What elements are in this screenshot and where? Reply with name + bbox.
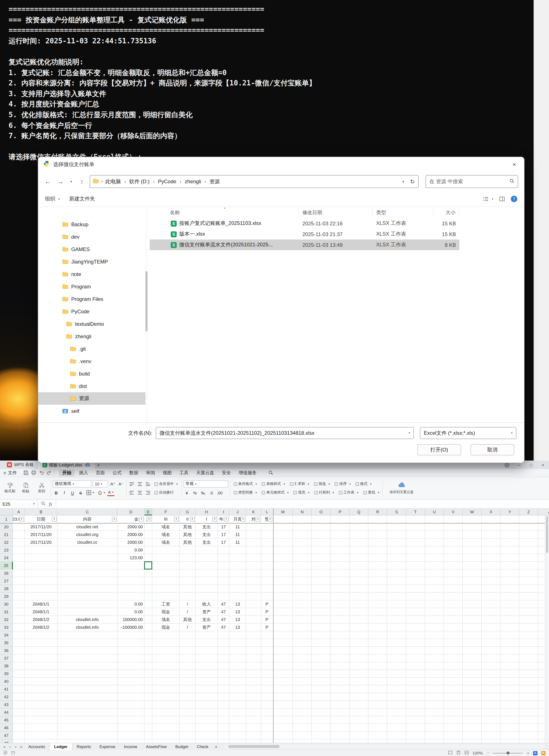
row-header-38[interactable]: 38 [0, 662, 13, 670]
cell-T47[interactable] [406, 732, 425, 739]
open-button[interactable]: 打开(O) [417, 444, 461, 455]
cell-X44[interactable] [482, 709, 501, 716]
cell-R45[interactable] [368, 716, 387, 724]
cell-P22[interactable] [331, 539, 349, 546]
cell-Z42[interactable] [519, 693, 538, 701]
align-top-button[interactable] [128, 480, 135, 487]
cell-A22[interactable] [13, 539, 25, 546]
cell-R30[interactable] [368, 600, 387, 608]
cell-B47[interactable] [25, 732, 58, 739]
cell-Y41[interactable] [501, 685, 519, 693]
sidebar-item-Backup[interactable]: Backup [38, 218, 146, 230]
menu-开始[interactable]: 开始 [59, 470, 75, 476]
cell-N42[interactable] [293, 693, 312, 701]
cell-R26[interactable] [368, 570, 387, 577]
cell-B21[interactable]: 2017/11/20 [25, 531, 58, 539]
sheet-tab-AssetsFlow[interactable]: AssetsFlow [142, 743, 171, 750]
cell-N31[interactable] [293, 608, 312, 616]
cell-A30[interactable] [13, 600, 25, 608]
cell-H22[interactable]: 支出 [196, 539, 218, 546]
list-column-header[interactable]: 大小 [434, 207, 459, 218]
column-header-L[interactable]: L [261, 509, 273, 515]
cell-V1[interactable] [444, 515, 463, 523]
cell-A31[interactable] [13, 608, 25, 616]
cell-Y42[interactable] [501, 693, 519, 701]
cell-X33[interactable] [482, 624, 501, 631]
cell-U24[interactable] [425, 554, 444, 562]
cell-G35[interactable] [180, 639, 196, 647]
cell-W20[interactable] [463, 523, 482, 531]
cell-T33[interactable] [406, 624, 425, 631]
cell-A1[interactable]: 123.00▾ [13, 515, 25, 523]
cell-N32[interactable] [293, 616, 312, 624]
cancel-button[interactable]: 取消 [470, 444, 514, 455]
cell-E38[interactable] [145, 662, 152, 670]
cell-R47[interactable] [368, 732, 387, 739]
cell-K26[interactable] [246, 570, 261, 577]
italic-button[interactable]: I [61, 489, 68, 496]
cell-W22[interactable] [463, 539, 482, 546]
cell-K48[interactable] [246, 739, 261, 743]
cell-B41[interactable] [25, 685, 58, 693]
column-header-O[interactable]: O [312, 509, 331, 515]
filename-input[interactable]: 微信支付账单流水文件(20251021-20251102)_2025110313… [156, 427, 414, 439]
sidebar-item-Program Files[interactable]: Program Files [38, 293, 146, 305]
cell-Q22[interactable] [349, 539, 368, 546]
autofilter-icon[interactable]: ▾ [112, 517, 117, 521]
cell-A26[interactable] [13, 570, 25, 577]
cell-C39[interactable] [58, 670, 118, 678]
autofilter-icon[interactable]: ▾ [19, 517, 24, 521]
cell-W38[interactable] [463, 662, 482, 670]
cell-M29[interactable] [273, 593, 293, 600]
cell-A28[interactable] [13, 585, 25, 593]
cell-H29[interactable] [196, 593, 218, 600]
cell-O42[interactable] [312, 693, 331, 701]
column-header-H[interactable]: H [196, 509, 218, 515]
cell-Q1[interactable] [349, 515, 368, 523]
cell-P46[interactable] [331, 724, 349, 732]
cell-U36[interactable] [425, 647, 444, 654]
ribbon-button-类型转换[interactable]: 类型转换▾ [232, 489, 259, 496]
cell-Q36[interactable] [349, 647, 368, 654]
cell-D34[interactable] [118, 631, 145, 639]
cell-L28[interactable] [261, 585, 273, 593]
cell-H46[interactable] [196, 724, 218, 732]
file-row[interactable]: S版本一.xlsx2025-11-03 21:37XLSX 工作表15 KB [150, 229, 459, 239]
cell-S32[interactable] [387, 616, 406, 624]
cell-Y22[interactable] [501, 539, 519, 546]
cell-F35[interactable] [152, 639, 180, 647]
cell-A40[interactable] [13, 678, 25, 685]
cell-X43[interactable] [482, 701, 501, 709]
cell-T28[interactable] [406, 585, 425, 593]
row-header-33[interactable]: 33 [0, 624, 13, 631]
cell-R44[interactable] [368, 709, 387, 716]
cell-D44[interactable] [118, 709, 145, 716]
cell-T25[interactable] [406, 562, 425, 570]
column-header-C[interactable]: C [58, 509, 118, 515]
row-header-47[interactable]: 47 [0, 732, 13, 739]
cell-R1[interactable] [368, 515, 387, 523]
cell-Z34[interactable] [519, 631, 538, 639]
cell-A42[interactable] [13, 693, 25, 701]
cell-Z29[interactable] [519, 593, 538, 600]
cell-Q26[interactable] [349, 570, 368, 577]
cell-I46[interactable] [218, 724, 230, 732]
cell-B20[interactable]: 2017/11/20 [25, 523, 58, 531]
cell-L23[interactable] [261, 546, 273, 554]
number-format-button-%[interactable]: % [192, 489, 198, 496]
sidebar-item-JiangYingTEMP[interactable]: JiangYingTEMP [38, 255, 146, 268]
scrollbar-thumb[interactable] [145, 271, 148, 331]
cell-Q31[interactable] [349, 608, 368, 616]
cell-T26[interactable] [406, 570, 425, 577]
cell-I22[interactable]: 17 [218, 539, 230, 546]
cell-O40[interactable] [312, 678, 331, 685]
cell-F46[interactable] [152, 724, 180, 732]
sidebar-item-GAMES[interactable]: GAMES [38, 243, 146, 255]
cell-J42[interactable] [230, 693, 246, 701]
cell-T42[interactable] [406, 693, 425, 701]
cell-R22[interactable] [368, 539, 387, 546]
cell-Y46[interactable] [501, 724, 519, 732]
cell-C28[interactable] [58, 585, 118, 593]
cell-F22[interactable]: 域名 [152, 539, 180, 546]
cell-O21[interactable] [312, 531, 331, 539]
